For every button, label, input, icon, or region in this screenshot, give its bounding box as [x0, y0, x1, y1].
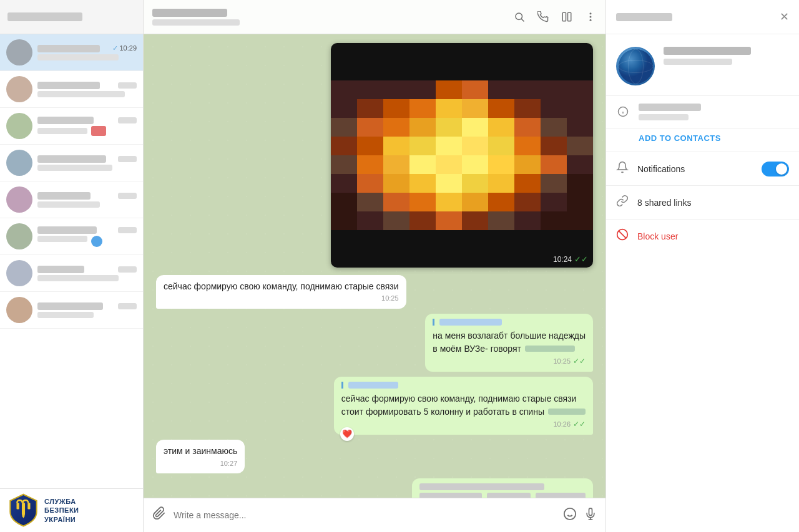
svg-rect-6 — [568, 12, 571, 21]
chat-time-blur — [118, 82, 137, 89]
quoted-message — [433, 319, 586, 326]
avatar — [6, 260, 32, 286]
video-timestamp: 10:24 ✓✓ — [553, 254, 588, 264]
svg-point-3 — [516, 13, 522, 20]
right-panel-header: ✕ — [606, 0, 799, 34]
avatar — [6, 150, 32, 176]
svg-line-4 — [521, 19, 524, 21]
chat-msg-blur — [37, 275, 119, 281]
chat-msg-blur — [37, 201, 100, 208]
blur-line — [419, 483, 544, 490]
right-panel: ✕ — [605, 0, 799, 532]
message-time-1: 10:25 — [381, 294, 399, 304]
profile-info — [664, 47, 789, 65]
notifications-label: Notifications — [637, 164, 753, 174]
chat-name-blur — [37, 117, 94, 124]
shared-links-row[interactable]: 8 shared links — [606, 186, 799, 220]
blur-line — [536, 493, 586, 498]
svg-point-9 — [590, 19, 592, 21]
svg-point-10 — [564, 508, 576, 519]
svg-rect-0 — [22, 503, 25, 515]
video-black-top — [331, 43, 593, 80]
block-user-row[interactable]: Block user — [606, 220, 799, 253]
message-bubble-4: этим и заинмаюсь 10:27 — [156, 440, 245, 473]
list-item[interactable] — [0, 145, 143, 181]
video-content — [331, 80, 593, 230]
info-line2-blur — [639, 114, 689, 120]
avatar — [6, 186, 32, 213]
message-row-1: сейчас формирую свою команду, поднимаю с… — [156, 275, 593, 309]
message-row-5: 10:29 ✓ — [156, 478, 593, 498]
chat-info — [37, 192, 137, 208]
chat-list: ✓10:29 — [0, 34, 143, 488]
list-item[interactable] — [0, 181, 143, 218]
globe-icon — [619, 49, 653, 84]
more-icon[interactable] — [584, 11, 597, 23]
microphone-icon[interactable] — [584, 507, 597, 524]
profile-name-blur — [664, 47, 751, 55]
chat-name-blur — [37, 82, 100, 89]
message-row-3: сейчас формирую свою команду, поднимаю с… — [156, 377, 593, 435]
avatar — [6, 76, 32, 102]
input-bar — [144, 498, 605, 532]
attach-icon[interactable] — [152, 506, 166, 524]
info-icon — [616, 105, 630, 118]
list-item[interactable] — [0, 218, 143, 255]
video-thumbnail: 10:24 ✓✓ — [331, 43, 593, 268]
chat-info — [37, 82, 137, 97]
sidebar-header — [0, 0, 143, 34]
chat-info — [37, 266, 137, 281]
info-row — [606, 96, 799, 128]
search-icon[interactable] — [513, 11, 526, 23]
message-bubble-5: 10:29 ✓ — [412, 478, 593, 498]
chat-item-active[interactable]: ✓10:29 — [0, 34, 143, 71]
emoji-icon[interactable] — [563, 507, 577, 524]
topbar-status-blur — [152, 19, 240, 26]
chat-name-blur — [37, 266, 84, 273]
message-text-4: этим и заинмаюсь — [164, 446, 237, 456]
columns-icon[interactable] — [561, 11, 573, 23]
svg-point-8 — [590, 16, 592, 18]
block-icon — [616, 228, 629, 244]
chat-msg-blur — [37, 236, 87, 242]
chat-time-blur — [118, 266, 137, 273]
notifications-toggle[interactable] — [762, 162, 789, 177]
message-time-4: 10:27 — [220, 459, 238, 469]
blur-content-5 — [419, 483, 586, 498]
topbar-icons — [513, 11, 597, 23]
close-button[interactable]: ✕ — [780, 10, 789, 24]
message-text-1: сейчас формирую свою команду, поднимаю с… — [164, 280, 399, 293]
list-item[interactable] — [0, 292, 143, 329]
message-text-3b: стоит формировать 5 колонну и работать в… — [341, 405, 544, 418]
message-text-2b: в моём ВУЗе- говорят — [433, 342, 521, 355]
list-item[interactable] — [0, 108, 143, 145]
avatar — [6, 39, 32, 65]
unread-badge — [91, 236, 102, 247]
chat-msg-blur — [37, 91, 125, 97]
chat-msg-blur — [37, 165, 112, 171]
check-icon-2: ✓✓ — [573, 356, 586, 367]
chat-info — [37, 302, 137, 318]
topbar-name-blur — [152, 9, 227, 17]
info-content — [639, 104, 789, 120]
message-row-4: этим и заинмаюсь 10:27 — [156, 440, 593, 473]
phone-icon[interactable] — [537, 11, 549, 23]
chat-msg-blur — [37, 128, 87, 134]
chat-msg-blur — [37, 312, 94, 318]
message-input[interactable] — [174, 504, 556, 526]
add-to-contacts-button[interactable]: ADD TO CONTACTS — [606, 128, 799, 152]
video-message-row: 10:24 ✓✓ — [156, 43, 593, 270]
shared-links-text: 8 shared links — [637, 198, 691, 208]
svg-rect-5 — [562, 12, 566, 21]
video-message[interactable]: 10:24 ✓✓ — [331, 43, 593, 268]
list-item[interactable] — [0, 255, 143, 292]
chat-info — [37, 155, 137, 171]
toggle-knob — [776, 163, 787, 175]
chat-name-blur — [37, 45, 100, 52]
chat-info — [37, 117, 137, 136]
avatar — [616, 47, 655, 85]
message-bubble-1: сейчас формирую свою команду, поднимаю с… — [156, 275, 406, 309]
info-line1-blur — [639, 104, 701, 111]
list-item[interactable] — [0, 71, 143, 108]
message-bubble-3: сейчас формирую свою команду, поднимаю с… — [334, 377, 593, 435]
